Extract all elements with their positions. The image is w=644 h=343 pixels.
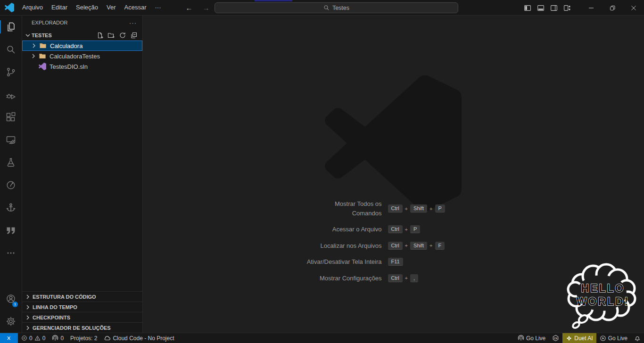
toggle-panel-icon[interactable] xyxy=(534,0,547,16)
more-views-icon[interactable] xyxy=(0,242,22,264)
explorer-icon[interactable] xyxy=(0,16,22,38)
shortcut-label: Localizar nos Arquivos xyxy=(304,241,382,251)
menu-editar[interactable]: Editar xyxy=(47,2,72,13)
menu-ver[interactable]: Ver xyxy=(102,2,120,13)
cloud-code-text: Cloud Code - No Project xyxy=(113,335,174,342)
key-separator: + xyxy=(405,243,408,248)
shortcut-row: Mostrar Todos os Comandos Ctrl+Shift+P xyxy=(149,199,644,218)
toggle-sidebar-icon[interactable] xyxy=(521,0,534,16)
new-file-icon[interactable] xyxy=(96,32,104,39)
chevron-right-icon xyxy=(30,42,38,49)
shortcut-row: Localizar nos Arquivos Ctrl+Shift+F xyxy=(149,241,644,251)
projects-indicator[interactable]: Projetos: 2 xyxy=(67,333,100,343)
menu-acessar[interactable]: Acessar xyxy=(120,2,151,13)
key-separator: + xyxy=(405,275,408,281)
go-live-broadcast[interactable]: Go Live xyxy=(514,333,549,343)
keybinding-chip: P xyxy=(435,204,445,212)
panel-label: GERENCIADOR DE SOLUÇÕES xyxy=(33,325,111,331)
command-center-search[interactable]: Testes xyxy=(215,2,458,13)
run-debug-icon[interactable] xyxy=(0,83,22,106)
collapse-all-icon[interactable] xyxy=(130,32,138,39)
minimize-button[interactable] xyxy=(580,0,602,16)
forward-arrow-icon[interactable]: → xyxy=(201,4,211,12)
problems-indicator[interactable]: 0 0 xyxy=(18,333,49,343)
restore-button[interactable] xyxy=(602,0,623,16)
account-icon[interactable]: 1 xyxy=(0,287,22,310)
toggle-secondary-sidebar-icon[interactable] xyxy=(547,0,561,16)
go-live-left-text: Go Live xyxy=(526,335,545,342)
broadcast-tower-icon xyxy=(52,335,58,342)
vscode-watermark-logo xyxy=(325,75,462,212)
menu-selecao[interactable]: Seleção xyxy=(72,2,102,13)
settings-gear-icon[interactable] xyxy=(0,310,22,333)
shortcut-keys: F11 xyxy=(388,258,496,266)
csharp-indicator[interactable]: C# xyxy=(549,333,562,343)
panel-label: CHECKPOINTS xyxy=(33,315,70,320)
keybinding-chip: Ctrl xyxy=(388,242,403,250)
tree-row-calculadora[interactable]: Calculadora xyxy=(22,41,142,51)
panel-estrutura-do-codigo[interactable]: ESTRUTURA DO CÓDIGO xyxy=(22,291,142,302)
tree-label: Calculadora xyxy=(50,42,83,49)
clock-extension-icon[interactable] xyxy=(0,174,22,196)
shortcut-label: Mostrar Configurações xyxy=(304,274,382,283)
activity-bar: 1 xyxy=(0,16,22,333)
panel-label: ESTRUTURA DO CÓDIGO xyxy=(33,294,96,300)
broadcast-icon xyxy=(518,335,524,342)
customize-layout-icon[interactable] xyxy=(561,0,574,16)
keybinding-chip: P xyxy=(410,225,420,233)
tree-row-calculadoratestes[interactable]: CalculadoraTestes xyxy=(22,51,142,61)
bubble-tail xyxy=(572,314,589,329)
remote-indicator[interactable] xyxy=(0,333,18,343)
shortcut-row: Acessar o Arquivo Ctrl+P xyxy=(149,225,644,234)
panel-linha-do-tempo[interactable]: LINHA DO TEMPO xyxy=(22,302,142,312)
panel-gerenciador-de-solucoes[interactable]: GERENCIADOR DE SOLUÇÕES xyxy=(22,322,142,333)
tree-row-testesdio-sln[interactable]: TestesDIO.sln xyxy=(22,61,142,72)
tree-label: CalculadoraTestes xyxy=(50,53,100,60)
section-title: TESTES xyxy=(32,33,52,38)
keybinding-chip: F xyxy=(435,242,445,250)
refresh-icon[interactable] xyxy=(119,32,126,39)
shortcut-keys: Ctrl+, xyxy=(388,274,496,282)
bubble-text-line1: HELLO xyxy=(581,282,625,294)
back-arrow-icon[interactable]: ← xyxy=(184,4,194,12)
error-count: 0 xyxy=(29,335,33,342)
extensions-icon[interactable] xyxy=(0,106,22,129)
search-sidebar-icon[interactable] xyxy=(0,38,22,61)
explorer-actions-icon[interactable]: ··· xyxy=(129,19,137,26)
warning-count: 0 xyxy=(42,335,46,342)
tree-label: TestesDIO.sln xyxy=(50,63,88,70)
notifications-bell[interactable] xyxy=(631,333,644,343)
section-testes[interactable]: TESTES xyxy=(22,30,142,41)
new-folder-icon[interactable] xyxy=(107,32,115,39)
cloud-icon xyxy=(104,335,111,342)
source-control-icon[interactable] xyxy=(0,61,22,83)
folder-icon xyxy=(39,52,46,60)
account-badge: 1 xyxy=(12,302,18,307)
duet-ai-text: Duet AI xyxy=(574,335,593,342)
folder-icon xyxy=(39,42,47,49)
go-live-server[interactable]: Go Live xyxy=(596,333,631,343)
key-separator: + xyxy=(405,227,408,232)
panel-checkpoints[interactable]: CHECKPOINTS xyxy=(22,312,142,322)
anchor-extension-icon[interactable] xyxy=(0,196,22,219)
menu-arquivo[interactable]: Arquivo xyxy=(18,2,47,13)
key-separator: + xyxy=(429,243,432,248)
explorer-sidebar: EXPLORADOR ··· TESTES xyxy=(22,16,143,333)
svg-text:C#: C# xyxy=(554,337,558,340)
ports-indicator[interactable]: 0 xyxy=(49,333,67,343)
menu-overflow[interactable]: ··· xyxy=(151,2,165,13)
remote-explorer-icon[interactable] xyxy=(0,129,22,151)
warning-icon xyxy=(34,335,41,341)
search-value: Testes xyxy=(332,5,349,11)
testing-icon[interactable] xyxy=(0,151,22,174)
quotes-extension-icon[interactable] xyxy=(0,219,22,242)
chevron-right-icon xyxy=(24,293,32,301)
shortcut-keys: Ctrl+Shift+F xyxy=(388,242,496,250)
history-navigation: ← → xyxy=(184,4,211,12)
key-separator: + xyxy=(429,206,432,212)
close-button[interactable] xyxy=(623,0,644,16)
status-bar: 0 0 0 Projetos: 2 Cloud Code - No Projec… xyxy=(0,333,644,343)
duet-ai-indicator[interactable]: Duet AI xyxy=(562,333,596,343)
ports-count: 0 xyxy=(60,335,64,342)
cloud-code-indicator[interactable]: Cloud Code - No Project xyxy=(100,333,177,343)
